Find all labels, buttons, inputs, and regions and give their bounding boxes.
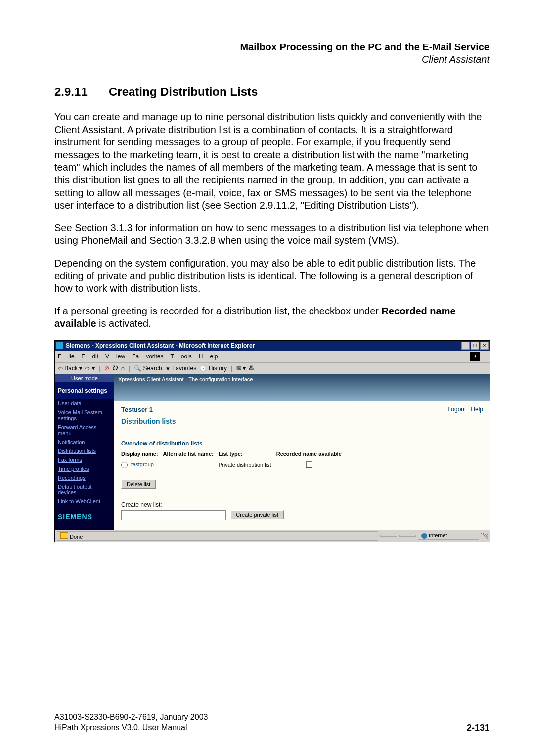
window-title: Siemens - Xpressions Client Assistant - … [66,342,460,349]
delete-list-button[interactable]: Delete list [121,480,156,489]
sidebar-personal-settings: Personal settings [55,382,114,399]
ie-icon [56,342,63,349]
menu-bar: File Edit View Favorites Tools Help ✦ [55,351,490,363]
para-4: If a personal greeting is recorded for a… [54,305,490,330]
section-number: 2.9.11 [54,85,109,99]
col-display-name: Display name: [121,450,163,460]
history-button[interactable]: 🕓 History [199,365,227,372]
favorites-button[interactable]: ★ Favorites [165,365,197,372]
search-button[interactable]: 🔍 Search [134,365,162,372]
sidebar-item-recordings[interactable]: Recordings [55,473,114,482]
para-1: You can create and manage up to nine per… [54,111,490,212]
home-button[interactable]: ⌂ [121,365,125,372]
forward-button[interactable]: ⇨ ▾ [85,365,94,372]
recorded-name-checkbox[interactable] [306,461,312,468]
help-link[interactable]: Help [471,406,483,413]
sidebar-item-fax-forms[interactable]: Fax forms [55,455,114,464]
throbber-icon: ✦ [470,352,480,361]
new-list-name-input[interactable] [121,510,226,520]
close-button[interactable]: × [480,342,489,350]
menu-edit[interactable]: Edit [81,353,98,360]
menu-favorites[interactable]: Favorites [132,353,163,360]
sidebar-item-notification[interactable]: Notification [55,438,114,446]
current-user: Testuser 1 [121,406,443,413]
para-2: See Section 3.1.3 for information on how… [54,222,490,247]
status-empty-1 [380,535,397,537]
distribution-table: Display name: Alternate list name: List … [121,450,347,470]
footer-line-2: HiPath Xpressions V3.0, User Manual [54,723,208,733]
resize-grip-icon [481,533,488,539]
menu-file[interactable]: File [58,353,74,360]
page-number: 2-131 [467,723,490,733]
overview-title: Overview of distribution lists [121,440,483,447]
page-heading: Distribution lists [121,417,483,425]
sidebar-item-distribution-lists[interactable]: Distribution lists [55,446,114,455]
sidebar-user-mode: User mode [55,374,114,382]
create-private-list-button[interactable]: Create private list [230,510,284,519]
mail-button[interactable]: ✉ ▾ [236,365,246,372]
menu-view[interactable]: View [105,353,125,360]
status-zone: Internet [418,532,479,540]
minimize-button[interactable]: _ [461,342,470,350]
row-radio[interactable] [121,462,128,468]
col-recorded-name: Recorded name available [276,450,347,460]
section-title: Creating Distribution Lists [109,85,258,98]
banner: Xpressions Client Assistant - The config… [114,374,490,401]
siemens-logo: SIEMENS [55,506,114,530]
print-button[interactable]: 🖶 [249,365,255,372]
page-footer: A31003-S2330-B690-2-7619, January 2003 H… [54,712,490,733]
menu-help[interactable]: Help [199,353,218,360]
stop-button[interactable]: ⊘ [104,365,109,372]
sidebar-item-default-output[interactable]: Default output devices [55,482,114,497]
menu-tools[interactable]: Tools [170,353,191,360]
sidebar-item-time-profiles[interactable]: Time profiles [55,464,114,473]
sidebar-item-forward-access[interactable]: Forward Access menu [55,423,114,438]
status-done: Done [57,531,378,541]
col-list-type: List type: [219,450,276,460]
sidebar-item-webclient[interactable]: Link to WebClient [55,497,114,506]
maximize-button[interactable]: □ [471,342,479,350]
sidebar-item-user-data[interactable]: User data [55,399,114,408]
sidebar-item-voice-mail[interactable]: Voice Mail System settings [55,408,114,423]
status-bar: Done Internet [55,530,490,542]
create-new-label: Create new list: [121,501,483,508]
para-3: Depending on the system configuration, y… [54,257,490,295]
internet-zone-icon [421,533,427,539]
table-header-row: Display name: Alternate list name: List … [121,450,347,460]
header-title-italic: Client Assistant [54,54,490,65]
section-heading: 2.9.11Creating Distribution Lists [54,85,490,99]
done-icon [60,532,68,539]
back-button[interactable]: ⇦ Back ▾ [58,365,82,372]
toolbar: ⇦ Back ▾ ⇨ ▾ | ⊘ 🗘 ⌂ | 🔍 Search ★ Favori… [55,363,490,374]
window-titlebar: Siemens - Xpressions Client Assistant - … [55,341,490,351]
browser-window: Siemens - Xpressions Client Assistant - … [54,340,490,542]
footer-line-1: A31003-S2330-B690-2-7619, January 2003 [54,712,208,723]
header-title-bold: Mailbox Processing on the PC and the E-M… [54,42,490,53]
sidebar: User mode Personal settings User data Vo… [55,374,114,530]
status-empty-2 [399,535,416,537]
col-alternate-name: Alternate list name: [163,450,219,460]
logout-link[interactable]: Logout [448,406,466,413]
running-header: Mailbox Processing on the PC and the E-M… [54,42,490,65]
row-list-type: Private distribution list [219,460,276,470]
refresh-button[interactable]: 🗘 [112,365,118,372]
table-row: testgroup Private distribution list [121,460,347,470]
row-name-link[interactable]: testgroup [131,461,154,467]
main-content: Xpressions Client Assistant - The config… [114,374,490,530]
